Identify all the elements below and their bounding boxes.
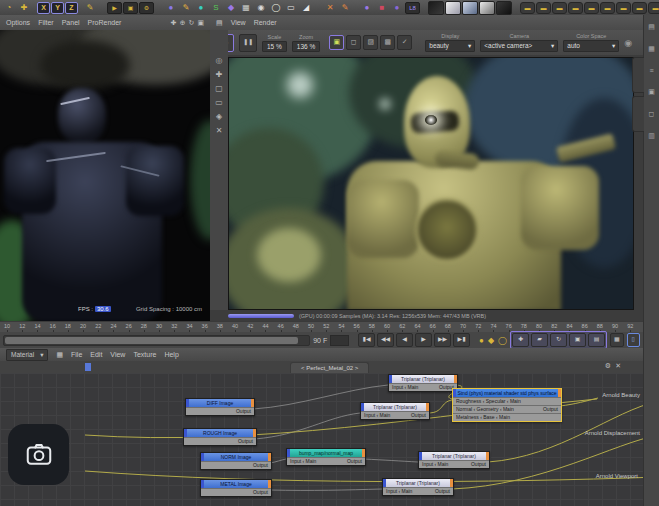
sky-icon[interactable]: ◢ (299, 2, 313, 14)
perspective-viewport[interactable] (0, 30, 210, 321)
primitive-cube-icon[interactable]: ● (164, 2, 178, 14)
colorspace-dropdown[interactable]: auto▾ (563, 40, 619, 52)
viewport-control-icon[interactable]: ✚ (171, 19, 177, 27)
side-tab[interactable] (632, 57, 644, 93)
autokey-icon[interactable]: ✚ (512, 333, 529, 347)
floor-icon[interactable]: ▭ (284, 2, 298, 14)
node-menu-texture[interactable]: Texture (133, 351, 156, 358)
take-tag-icon[interactable]: ▬ (568, 2, 583, 14)
viewport-menu-panel[interactable]: Panel (62, 19, 80, 26)
render-menu-icon[interactable]: ▤ (216, 19, 223, 27)
node-grid-icon[interactable]: ▦ (56, 351, 63, 359)
light-icon[interactable]: ◯ (269, 2, 283, 14)
gear-icon[interactable]: ⚙ (605, 362, 611, 370)
current-frame-value[interactable]: 90 F (313, 337, 327, 344)
paint-icon[interactable]: ✎ (338, 2, 352, 14)
viewport-control-icon[interactable]: ⊕ (180, 19, 186, 27)
take-tag-icon[interactable]: ▬ (632, 2, 647, 14)
autokey-icon[interactable]: ▤ (588, 333, 605, 347)
transport-button[interactable]: ◀◀ (377, 333, 394, 347)
xpresso-icon[interactable]: ✕ (323, 2, 337, 14)
render-tool-icon[interactable]: ✕ (216, 126, 223, 135)
autokey-icon[interactable]: ▣ (569, 333, 586, 347)
gradient-swatch[interactable] (462, 1, 478, 15)
viewport-menu-filter[interactable]: Filter (38, 19, 54, 26)
dock-icon[interactable]: ▤ (648, 23, 655, 31)
ipr-render-image[interactable] (228, 57, 634, 310)
render-toggle-icon[interactable]: ▣ (329, 35, 344, 50)
record-icon[interactable]: ◯ (498, 336, 507, 345)
side-tab[interactable] (632, 96, 644, 132)
primitive-sphere-icon[interactable]: ● (194, 2, 208, 14)
coordinates-icon[interactable]: ✎ (83, 2, 97, 14)
record-icon[interactable]: ◆ (488, 336, 494, 345)
node-graph-canvas[interactable]: DIFF ImageOutputROUGH ImageOutputNORM Im… (0, 373, 643, 506)
material-selector-dropdown[interactable]: Material▾ (6, 349, 48, 361)
l8-tag-icon[interactable]: L8 (405, 2, 420, 14)
material-ball-icon[interactable]: ● (360, 2, 374, 14)
render-tool-icon[interactable]: ✚ (216, 70, 223, 79)
viewport-control-icon[interactable]: ▣ (197, 19, 204, 27)
transport-button[interactable]: ◀ (396, 333, 413, 347)
render-settings-icon[interactable]: ⚙ (139, 2, 154, 14)
dock-icon[interactable]: ◻ (649, 110, 655, 118)
undo-icon[interactable]: ◔ (2, 2, 16, 14)
render-menu-render[interactable]: Render (254, 19, 277, 26)
timeline-scrollbar[interactable] (3, 335, 310, 346)
render-tool-icon[interactable]: ◈ (216, 112, 222, 121)
render-toggle-icon[interactable]: ✓ (397, 35, 412, 50)
axis-x-button[interactable]: X (37, 2, 50, 14)
viewport-menu-options[interactable]: Options (6, 19, 30, 26)
frame-range-field[interactable] (330, 335, 349, 346)
gradient-swatch[interactable] (445, 1, 461, 15)
take-tag-icon[interactable]: ▬ (584, 2, 599, 14)
dock-icon[interactable]: ▥ (648, 132, 655, 140)
gradient-swatch[interactable] (479, 1, 495, 15)
google-lens-button[interactable] (8, 424, 69, 485)
node-menu-edit[interactable]: Edit (90, 351, 102, 358)
transport-button[interactable]: ▶▶ (434, 333, 451, 347)
autokey-icon[interactable]: ↻ (550, 333, 567, 347)
zoom-value[interactable]: 136 % (292, 41, 320, 52)
spline-pen-icon[interactable]: ✎ (179, 2, 193, 14)
viewport-menu-prorender[interactable]: ProRender (88, 19, 122, 26)
timeline-mode-toggle[interactable]: ▯ (627, 333, 641, 347)
take-tag-icon[interactable]: ▬ (600, 2, 615, 14)
render-toggle-icon[interactable]: ▩ (380, 35, 395, 50)
keyframe-grid-icon[interactable]: ▦ (610, 333, 624, 347)
render-menu-view[interactable]: View (231, 19, 246, 26)
axis-z-button[interactable]: Z (65, 2, 78, 14)
camera-icon[interactable]: ◉ (254, 2, 268, 14)
close-icon[interactable]: ✕ (615, 362, 621, 370)
render-tool-icon[interactable]: ◎ (216, 56, 223, 65)
take-tag-icon[interactable]: ▬ (520, 2, 535, 14)
node-menu-view[interactable]: View (110, 351, 125, 358)
array-icon[interactable]: ▦ (239, 2, 253, 14)
snapshot-camera-icon[interactable]: ◉ (624, 38, 632, 48)
mograph-icon[interactable]: ◆ (224, 2, 238, 14)
gradient-swatch[interactable] (428, 1, 444, 15)
badge-icon[interactable]: ■ (375, 2, 389, 14)
gradient-swatch[interactable] (496, 1, 512, 15)
axis-y-button[interactable]: Y (51, 2, 64, 14)
camera-dropdown[interactable]: <active camera>▾ (480, 40, 558, 52)
dock-icon[interactable]: ▦ (648, 45, 655, 53)
render-tool-icon[interactable]: ▢ (215, 84, 223, 93)
render-toggle-icon[interactable]: ▨ (363, 35, 378, 50)
viewport-control-icon[interactable]: ↻ (189, 19, 195, 27)
node-menu-help[interactable]: Help (164, 351, 178, 358)
render-tool-icon[interactable]: ▭ (215, 98, 223, 107)
render-view-icon[interactable]: ▶ (107, 2, 122, 14)
transport-button[interactable]: ▶▮ (453, 333, 470, 347)
display-dropdown[interactable]: beauty▾ (425, 40, 475, 52)
node-menu-file[interactable]: File (71, 351, 82, 358)
transport-button[interactable]: ▶ (415, 333, 432, 347)
dock-icon[interactable]: ▣ (648, 88, 655, 96)
add-object-icon[interactable]: ✚ (17, 2, 31, 14)
autokey-icon[interactable]: ▰ (531, 333, 548, 347)
render-toggle-icon[interactable]: ◻ (346, 35, 361, 50)
transport-button[interactable]: ▮◀ (358, 333, 375, 347)
take-tag-icon[interactable]: ▬ (616, 2, 631, 14)
take-tag-icon[interactable]: ▬ (536, 2, 551, 14)
render-region-icon[interactable]: ▣ (123, 2, 138, 14)
